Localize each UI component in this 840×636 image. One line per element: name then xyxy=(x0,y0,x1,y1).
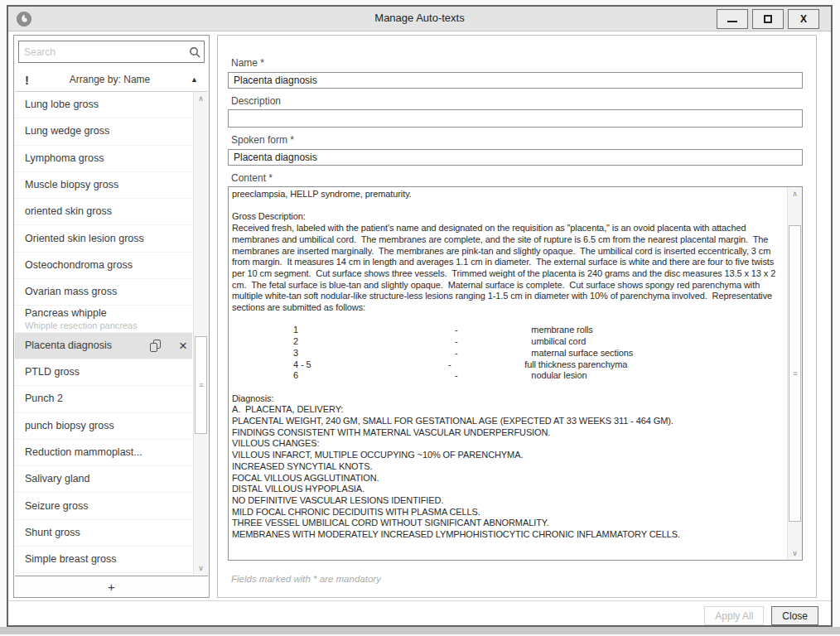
window-title: Manage Auto-texts xyxy=(8,12,831,24)
list-item[interactable]: Ovarian mass gross xyxy=(15,279,192,306)
scroll-down-icon[interactable]: ∨ xyxy=(788,547,802,560)
list-item[interactable]: PTLD gross xyxy=(15,359,192,386)
list-item-label: punch biopsy gross xyxy=(25,421,192,431)
description-label: Description xyxy=(231,95,281,107)
minimize-button[interactable] xyxy=(717,9,748,29)
content-field[interactable]: preeclampsia, HELLP syndrome, prematurit… xyxy=(228,186,803,561)
list-item[interactable]: Lung lobe gross xyxy=(15,92,192,118)
duplicate-icon[interactable] xyxy=(150,340,161,352)
content-text[interactable]: preeclampsia, HELLP syndrome, prematurit… xyxy=(232,189,784,560)
titlebar: Manage Auto-texts X xyxy=(8,7,831,31)
footer-divider xyxy=(8,600,831,601)
apply-all-button[interactable]: Apply All xyxy=(704,606,764,625)
list-item[interactable]: Muscle biopsy gross xyxy=(15,172,192,199)
scroll-down-icon[interactable]: ∨ xyxy=(194,561,208,575)
list-item-label: Ovarian mass gross xyxy=(25,287,192,297)
list-scrollbar[interactable]: ∧ ≡ ∨ xyxy=(193,92,208,575)
autotext-list: Lung lobe grossLung wedge grossLymphoma … xyxy=(15,92,192,575)
maximize-icon xyxy=(764,15,772,23)
search-icon[interactable] xyxy=(186,46,204,58)
scroll-up-icon[interactable]: ∧ xyxy=(788,187,802,200)
manage-autotexts-dialog: Manage Auto-texts X ! Arrange by: Name ▲… xyxy=(7,5,833,627)
list-item-sublabel: Whipple resection pancreas xyxy=(25,320,192,330)
close-icon: X xyxy=(800,13,807,25)
autotext-detail-panel: Name * Description Spoken form * Content… xyxy=(217,35,817,598)
list-item[interactable]: Lymphoma gross xyxy=(15,146,192,172)
list-item[interactable]: Placenta diagnosis× xyxy=(15,333,192,359)
sort-ascending-icon: ▲ xyxy=(191,75,198,84)
list-item-label: Lung lobe gross xyxy=(25,99,192,110)
delete-icon[interactable]: × xyxy=(179,340,187,352)
list-item-label: Lung wedge gross xyxy=(25,126,192,137)
close-window-button[interactable]: X xyxy=(788,9,819,29)
add-autotext-button[interactable]: + xyxy=(15,576,208,597)
list-item-label: oriented skin gross xyxy=(25,206,192,217)
grip-icon: ≡ xyxy=(199,381,202,389)
minimize-icon xyxy=(727,21,737,22)
list-scrollbar-thumb[interactable]: ≡ xyxy=(195,336,207,434)
search-input[interactable] xyxy=(19,46,186,58)
list-item-label: Oriented skin lesion gross xyxy=(25,234,192,244)
list-item[interactable]: Skin biopsy gross xyxy=(15,573,192,575)
list-item[interactable]: punch biopsy gross xyxy=(15,413,192,440)
list-item-label: Pancreas whipple xyxy=(25,308,192,319)
list-item-label: Shunt gross xyxy=(25,528,192,538)
name-field[interactable] xyxy=(228,72,803,89)
list-item[interactable]: Lung wedge gross xyxy=(15,118,192,145)
list-item[interactable]: Simple breast gross xyxy=(15,547,192,573)
list-item[interactable]: Shunt gross xyxy=(15,520,192,547)
content-label: Content * xyxy=(231,172,273,184)
list-item-label: Muscle biopsy gross xyxy=(25,180,192,190)
list-item[interactable]: Salivary gland xyxy=(15,466,192,493)
list-item[interactable]: Punch 2 xyxy=(15,386,192,412)
list-item-label: Simple breast gross xyxy=(25,554,192,565)
list-item[interactable]: oriented skin gross xyxy=(15,199,192,225)
window-bottom-shadow xyxy=(0,627,840,634)
list-item-label: PTLD gross xyxy=(25,367,192,378)
close-button[interactable]: Close xyxy=(771,606,818,625)
list-item[interactable]: Osteochondroma gross xyxy=(15,253,192,279)
list-item-label: Reduction mammoplast... xyxy=(25,447,192,458)
content-scrollbar-thumb[interactable]: ≡ xyxy=(789,225,801,522)
autotext-sidebar: ! Arrange by: Name ▲ Lung lobe grossLung… xyxy=(13,35,210,598)
maximize-button[interactable] xyxy=(752,9,784,29)
list-item[interactable]: Seizure gross xyxy=(15,493,192,519)
arrange-by-label: Arrange by: Name xyxy=(29,74,191,85)
description-field[interactable] xyxy=(228,109,803,128)
list-item[interactable]: Reduction mammoplast... xyxy=(15,440,192,466)
list-item-label: Osteochondroma gross xyxy=(25,260,192,271)
grip-icon: ≡ xyxy=(793,369,796,378)
list-item-label: Salivary gland xyxy=(25,474,192,484)
scroll-up-icon[interactable]: ∧ xyxy=(194,92,208,105)
spoken-form-label: Spoken form * xyxy=(231,134,294,146)
list-item-label: Seizure gross xyxy=(25,501,192,512)
list-item[interactable]: Pancreas whippleWhipple resection pancre… xyxy=(15,306,192,332)
spoken-form-field[interactable] xyxy=(228,149,803,166)
list-item-label: Punch 2 xyxy=(25,393,192,404)
search-box xyxy=(18,41,205,63)
list-item-label: Lymphoma gross xyxy=(25,153,192,164)
arrange-by-header[interactable]: ! Arrange by: Name ▲ xyxy=(15,68,208,92)
content-scrollbar[interactable]: ∧ ≡ ∨ xyxy=(787,187,802,560)
autotext-list-region: Lung lobe grossLung wedge grossLymphoma … xyxy=(15,92,208,575)
name-label: Name * xyxy=(231,57,264,69)
mandatory-fields-note: Fields marked with * are mandatory xyxy=(231,574,381,584)
list-item[interactable]: Oriented skin lesion gross xyxy=(15,225,192,252)
